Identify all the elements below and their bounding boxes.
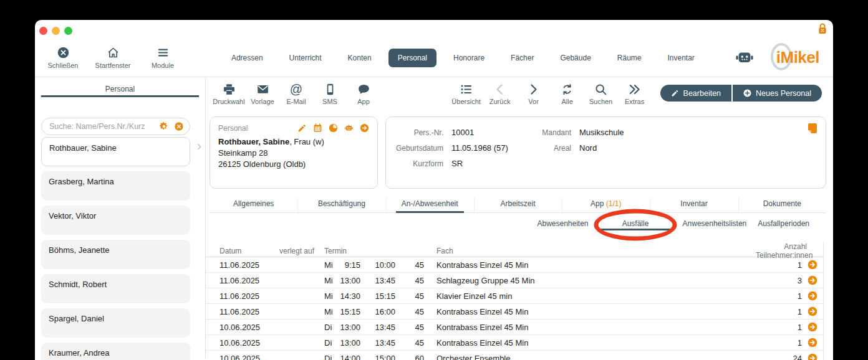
neues-personal-button[interactable]: Neues Personal [733, 85, 822, 102]
person-list-item[interactable]: Böhms, Jeanette [41, 240, 190, 269]
module-button[interactable]: Module [145, 46, 181, 69]
cell-start: 14:30 [339, 291, 360, 301]
search-input[interactable] [49, 122, 154, 131]
tab-dokumente[interactable]: Dokumente [738, 197, 826, 212]
tab-raeume[interactable]: Räume [608, 49, 651, 67]
close-module-button[interactable]: Schließen [45, 46, 81, 69]
table-row[interactable]: 11.06.2025Mi9:1510:0045Kontrabass Einzel… [206, 257, 823, 273]
tab-konten[interactable]: Konten [339, 49, 381, 67]
kurzform-value: SR [451, 159, 463, 168]
cell-date: 11.06.2025 [219, 307, 279, 316]
person-city: 26125 Oldenburg (Oldb) [218, 159, 369, 169]
imikel-logo: iMikel [773, 48, 823, 67]
zurueck-button[interactable]: Zurück [483, 83, 517, 105]
action-button-group: Bearbeiten Neues Personal [660, 85, 822, 102]
table-row[interactable]: 10.06.2025Di13:0013:4545Kontrabass Einze… [206, 320, 823, 335]
vorlage-button[interactable]: Vorlage [246, 83, 279, 105]
table-row[interactable]: 11.06.2025Mi15:1516:0045Kontrabass Einze… [206, 304, 823, 320]
zoom-window-button[interactable] [64, 27, 72, 35]
tab-allgemeines[interactable]: Allgemeines [210, 197, 297, 212]
printer-icon [223, 83, 236, 96]
table-header: Datum verlegt auf Termin Fach Anzahl Tei… [206, 242, 823, 257]
note-icon[interactable] [808, 123, 817, 133]
table-row[interactable]: 10.06.2025Di13:0013:4545Kontrabass Einze… [206, 335, 823, 351]
tab-faecher[interactable]: Fächer [501, 49, 543, 67]
cell-day: Di [324, 338, 339, 348]
suchen-button[interactable]: Suchen [584, 83, 618, 105]
sms-button[interactable]: SMS [313, 83, 347, 105]
row-open-arrow-icon[interactable] [802, 353, 823, 360]
mandant-label: Mandant [534, 128, 571, 137]
envelope-icon [256, 83, 269, 96]
druckwahl-button[interactable]: Druckwahl [212, 83, 246, 105]
tab-inventar-detail[interactable]: Inventar [650, 197, 738, 212]
close-label: Schließen [48, 62, 79, 69]
cell-fach: Kontrabass Einzel 45 Min [424, 260, 756, 270]
pencil-icon [671, 89, 679, 97]
cell-start: 13:00 [339, 338, 360, 348]
row-open-arrow-icon[interactable] [802, 338, 823, 348]
person-list-item[interactable]: Kraumer, Andrea [41, 343, 190, 360]
cell-date: 10.06.2025 [219, 354, 279, 360]
tab-app[interactable]: App (1/1) [562, 197, 650, 212]
plus-circle-icon [743, 89, 751, 97]
person-list-item[interactable]: Vektor, Viktor [41, 206, 190, 235]
person-list-item[interactable]: Spargel, Daniel [41, 308, 190, 338]
table-row[interactable]: 11.06.2025Mi13:0013:4545Schlagzeug Grupp… [206, 273, 823, 288]
tab-arbeitszeit[interactable]: Arbeitszeit [474, 197, 562, 212]
row-open-arrow-icon[interactable] [802, 291, 823, 301]
extras-button[interactable]: Extras [618, 83, 652, 105]
tab-adressen[interactable]: Adressen [222, 49, 272, 67]
alle-button[interactable]: Alle [551, 83, 584, 105]
person-street: Steinkamp 28 [218, 148, 369, 158]
assistant-robot-icon[interactable] [735, 49, 754, 66]
table-row[interactable]: 10.06.2025Di14:0015:0060Orchester Ensemb… [206, 351, 823, 360]
subtab-ausfaelle[interactable]: Ausfälle [600, 213, 672, 234]
tab-an-abwesenheit[interactable]: An-/Abwesenheit [386, 197, 474, 212]
search-clear-icon[interactable] [174, 121, 184, 131]
minimize-window-button[interactable] [52, 27, 60, 35]
person-list-item-selected[interactable]: Rothbauer, Sabine [41, 137, 190, 166]
cards-row: Personal Rothbauer, Sabine, Frau (w) Ste… [206, 115, 833, 189]
person-list-item[interactable]: Schmidt, Robert [41, 274, 190, 303]
tab-unterricht[interactable]: Unterricht [280, 49, 331, 67]
row-open-arrow-icon[interactable] [802, 260, 823, 270]
tab-honorare[interactable]: Honorare [444, 49, 494, 67]
vorlage-label: Vorlage [251, 98, 274, 105]
row-open-arrow-icon[interactable] [802, 322, 823, 332]
content-toolbar: Druckwahl Vorlage @ E-Mail SMS [206, 77, 833, 115]
person-card-actions [297, 123, 369, 133]
subtab-anwesenheitslisten[interactable]: Anwesenheitslisten [683, 213, 747, 234]
edit-pencil-icon[interactable] [297, 123, 307, 133]
cell-duration: 45 [395, 260, 424, 270]
cell-day: Di [324, 323, 339, 332]
tab-gebaeude[interactable]: Gebäude [551, 49, 600, 67]
app-button[interactable]: App [347, 83, 380, 105]
search-settings-gear-icon[interactable] [159, 121, 169, 131]
cell-end: 13:45 [360, 338, 395, 348]
subtab-ausfallperioden[interactable]: Ausfallperioden [758, 213, 809, 234]
row-open-arrow-icon[interactable] [802, 275, 823, 285]
cell-duration: 45 [395, 323, 424, 332]
calendar-icon[interactable] [313, 123, 322, 133]
details-card: Pers.-Nr.10001 Geburtsdatum11.05.1968 (5… [385, 116, 826, 189]
uebersicht-button[interactable]: Übersicht [450, 83, 483, 105]
bearbeiten-button[interactable]: Bearbeiten [660, 85, 731, 102]
vor-button[interactable]: Vor [517, 83, 551, 105]
email-button[interactable]: @ E-Mail [279, 83, 313, 105]
tab-inventar[interactable]: Inventar [658, 49, 704, 67]
robot-icon[interactable] [344, 123, 354, 133]
clock-pie-icon[interactable] [329, 123, 338, 133]
cell-date: 11.06.2025 [219, 276, 279, 285]
table-row[interactable]: 11.06.2025Mi14:3015:1545Klavier Einzel 4… [206, 288, 823, 304]
person-list-item[interactable]: Grasberg, Martina [41, 171, 190, 201]
tab-beschaeftigung[interactable]: Beschäftigung [297, 197, 385, 212]
cell-end: 13:45 [360, 276, 395, 285]
sidebar: Personal Rothbauer, Sabine Grasberg, Mar… [35, 77, 206, 359]
row-open-arrow-icon[interactable] [802, 306, 823, 316]
subtab-abwesenheiten[interactable]: Abwesenheiten [537, 213, 588, 234]
arrow-circle-icon[interactable] [360, 123, 369, 133]
startfenster-button[interactable]: Startfenster [95, 46, 131, 69]
close-window-button[interactable] [39, 27, 47, 35]
tab-personal[interactable]: Personal [388, 49, 436, 67]
